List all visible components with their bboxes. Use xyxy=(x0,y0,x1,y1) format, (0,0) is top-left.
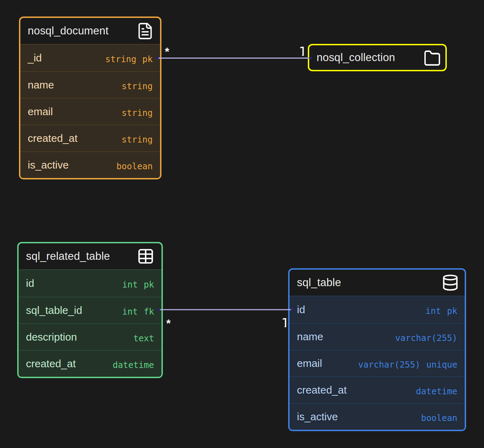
field-type: string xyxy=(121,134,153,145)
field-type: string xyxy=(121,81,153,91)
table-title: nosql_document xyxy=(28,25,108,37)
field-type: stringpk xyxy=(105,54,153,64)
type-text: string xyxy=(121,81,153,91)
type-text: datetime xyxy=(416,386,457,396)
field-name: is_active xyxy=(28,159,69,171)
table-header[interactable]: nosql_collection xyxy=(309,45,445,70)
field-row[interactable]: email varchar(255)unique xyxy=(290,350,465,376)
constraint-text: pk xyxy=(142,54,153,64)
field-name: email xyxy=(297,357,322,369)
field-name: id xyxy=(26,277,34,289)
constraint-text: unique xyxy=(426,360,457,370)
type-text: string xyxy=(105,54,137,64)
field-name: created_at xyxy=(28,132,78,144)
file-text-icon xyxy=(136,22,154,40)
database-icon xyxy=(442,274,459,291)
field-row[interactable]: created_at string xyxy=(20,125,160,151)
field-name: name xyxy=(28,79,54,91)
field-row[interactable]: _id stringpk xyxy=(20,44,160,71)
table-grid-icon xyxy=(137,248,154,265)
table-header[interactable]: nosql_document xyxy=(20,18,160,44)
field-name: description xyxy=(26,331,77,343)
table-sql-table[interactable]: sql_table id intpk name varchar(255) ema… xyxy=(288,268,466,431)
field-type: intfk xyxy=(122,307,154,317)
field-type: intpk xyxy=(425,306,457,316)
field-row[interactable]: sql_table_id intfk xyxy=(19,297,161,323)
field-type: varchar(255)unique xyxy=(358,360,457,370)
field-type: boolean xyxy=(117,161,153,171)
cardinality-many-sql: * xyxy=(166,317,171,327)
field-name: id xyxy=(297,304,305,316)
type-text: boolean xyxy=(117,161,153,171)
field-type: intpk xyxy=(122,279,154,290)
table-header[interactable]: sql_table xyxy=(290,270,465,296)
folder-icon xyxy=(424,49,441,68)
field-type: string xyxy=(121,108,153,118)
table-header[interactable]: sql_related_table xyxy=(19,243,161,269)
type-text: varchar(255) xyxy=(395,333,457,343)
field-type: datetime xyxy=(416,386,457,396)
constraint-text: fk xyxy=(144,307,154,317)
field-name: name xyxy=(297,331,323,343)
field-name: _id xyxy=(28,52,42,64)
type-text: boolean xyxy=(421,413,457,423)
type-text: int xyxy=(122,279,138,290)
field-row[interactable]: email string xyxy=(20,98,160,125)
field-row[interactable]: name string xyxy=(20,71,160,98)
field-name: created_at xyxy=(26,358,76,370)
type-text: string xyxy=(121,108,153,118)
er-diagram-canvas: { "canvas": { "background": "#1a1a1a" },… xyxy=(0,0,484,448)
field-type: varchar(255) xyxy=(395,333,457,343)
type-text: text xyxy=(133,333,154,343)
field-name: sql_table_id xyxy=(26,304,82,316)
field-row[interactable]: name varchar(255) xyxy=(290,323,465,350)
cardinality-many-nosql: * xyxy=(165,45,169,55)
constraint-text: pk xyxy=(144,279,154,290)
field-row[interactable]: description text xyxy=(19,323,161,350)
table-nosql-collection[interactable]: nosql_collection xyxy=(308,44,447,71)
field-row[interactable]: created_at datetime xyxy=(290,376,465,403)
type-text: string xyxy=(121,134,153,145)
field-row[interactable]: id intpk xyxy=(290,296,465,323)
type-text: int xyxy=(122,307,138,317)
type-text: int xyxy=(425,306,441,316)
field-row[interactable]: is_active boolean xyxy=(20,151,160,178)
field-type: boolean xyxy=(421,413,457,423)
cardinality-one-nosql: 1 xyxy=(299,45,307,58)
relationship-nosql[interactable] xyxy=(155,57,312,60)
table-sql-related-table[interactable]: sql_related_table id intpk sql_table_id … xyxy=(17,242,163,378)
field-row[interactable]: id intpk xyxy=(19,269,161,297)
field-type: datetime xyxy=(113,360,154,370)
table-title: sql_related_table xyxy=(26,250,110,263)
type-text: varchar(255) xyxy=(358,360,420,370)
table-nosql-document[interactable]: nosql_document _id stringpk name string … xyxy=(19,17,161,179)
type-text: datetime xyxy=(113,360,154,370)
relationship-sql[interactable] xyxy=(157,308,294,311)
field-name: created_at xyxy=(297,384,347,396)
constraint-text: pk xyxy=(447,306,457,316)
table-title: sql_table xyxy=(297,276,341,289)
field-name: email xyxy=(28,106,53,118)
field-row[interactable]: created_at datetime xyxy=(19,350,161,377)
field-type: text xyxy=(133,333,154,343)
field-name: is_active xyxy=(297,411,338,423)
table-title: nosql_collection xyxy=(317,51,395,64)
field-row[interactable]: is_active boolean xyxy=(290,403,465,430)
